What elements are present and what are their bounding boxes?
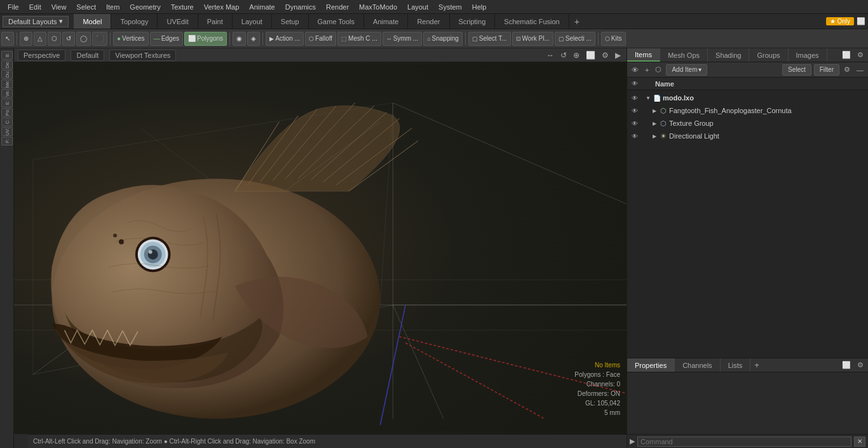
panel-tab-items[interactable]: Items [627,48,660,62]
viewport-icon-zoom[interactable]: ⊕ [571,50,581,60]
prop-tab-add[interactable]: + [750,359,763,371]
menu-render[interactable]: Render [321,2,354,12]
list-item[interactable]: 👁 ▶ ⬡ Fangtooth_Fish_Anoplogaster_Cornut… [627,104,868,117]
viewport-icon-fit[interactable]: ⬜ [584,50,597,60]
sidebar-btn-me[interactable]: Me: [1,79,13,88]
sidebar-btn-uv[interactable]: UV: [1,127,13,136]
tool-sphere-icon[interactable]: ◉ [233,32,246,46]
command-clear-btn[interactable]: ✕ [854,437,865,447]
tool-select-btn[interactable]: ↖ [1,32,14,46]
prop-tab-channels[interactable]: Channels [675,358,720,372]
menu-layout[interactable]: Layout [402,2,433,12]
panel-icon-settings[interactable]: ⚙ [855,50,865,60]
panel-icon-expand[interactable]: ⬜ [840,50,853,60]
tab-setup[interactable]: Setup [272,14,309,29]
sidebar-btn-f[interactable]: F: [1,137,13,146]
menu-system[interactable]: System [433,2,467,12]
falloff-btn[interactable]: ⬡ Falloff [305,32,336,46]
tool-loop-icon[interactable]: ↺ [62,32,75,46]
action-btn[interactable]: ▶ Action ... [266,32,304,46]
item-eye-root[interactable]: 👁 [630,93,640,102]
viewport[interactable]: Perspective Default Viewport Textures ↔ … [14,48,627,448]
panel-tab-groups[interactable]: Groups [749,48,788,62]
item-expand-texture[interactable]: ▶ [651,120,658,126]
menu-view[interactable]: View [46,2,72,12]
viewport-canvas[interactable]: Y X Z No Items Polygons : Face Channels:… [14,62,627,434]
tool-render-icon[interactable]: ◈ [247,32,260,46]
tab-topology[interactable]: Topology [111,14,158,29]
menu-texture[interactable]: Texture [166,2,199,12]
sidebar-btn-de[interactable]: De: [1,60,13,69]
vertices-btn[interactable]: ● Vertices [113,32,149,46]
items-add-icon[interactable]: + [643,65,651,74]
prop-tab-lists[interactable]: Lists [721,358,751,372]
menu-animate[interactable]: Animate [244,2,280,12]
item-eye-fish[interactable]: 👁 [630,106,640,115]
item-expand-root[interactable]: ▼ [645,95,651,101]
panel-tab-mesh-ops[interactable]: Mesh Ops [660,48,708,62]
maximize-icon[interactable]: ⬜ [857,17,865,25]
item-eye-texture[interactable]: 👁 [630,119,640,128]
menu-dynamics[interactable]: Dynamics [280,2,321,12]
prop-expand-icon[interactable]: ⬜ [840,360,853,370]
viewport-icon-move[interactable]: ↔ [545,50,556,60]
sidebar-btn-du[interactable]: Du: [1,70,13,79]
tab-uvedit[interactable]: UVEdit [158,14,198,29]
sidebar-btn-c[interactable]: C: [1,118,13,126]
viewport-icon-rotate[interactable]: ↺ [559,50,569,60]
tool-circle-icon[interactable]: ◯ [76,32,91,46]
list-item[interactable]: 👁 ▶ ⬡ Texture Group [627,117,868,130]
menu-maxtomode[interactable]: MaxToModo [354,2,402,12]
polygons-btn[interactable]: ⬜ Polygons [184,32,227,46]
kits-btn[interactable]: ⬡ Kits [601,32,626,46]
tab-scripting[interactable]: Scripting [450,14,496,29]
tab-paint[interactable]: Paint [198,14,233,29]
viewport-icon-settings[interactable]: ⚙ [600,50,611,60]
edges-btn[interactable]: — Edges [150,32,183,46]
tab-game-tools[interactable]: Game Tools [309,14,365,29]
selecti-btn[interactable]: ▢ Selecti ... [555,32,595,46]
work-pl-btn[interactable]: ⊡ Work Pl... [512,32,553,46]
list-item[interactable]: 👁 ▶ ☀ Directional Light [627,130,868,142]
select-t-btn[interactable]: ▢ Select T... [468,32,511,46]
items-filter-icon[interactable]: ⬡ [653,65,663,74]
menu-vertex-map[interactable]: Vertex Map [199,2,245,12]
sidebar-btn-b[interactable]: B: [1,51,13,60]
items-minus-icon[interactable]: — [855,65,865,74]
tool-snap-icon[interactable]: ⬡ [48,32,61,46]
tab-animate[interactable]: Animate [364,14,408,29]
tool-coord-icon[interactable]: △ [34,32,46,46]
layout-dropdown[interactable]: Default Layouts ▾ [3,16,69,27]
menu-edit[interactable]: Edit [24,2,46,12]
viewport-tab-perspective[interactable]: Perspective [18,50,65,61]
select-button[interactable]: Select [782,64,811,76]
menu-item[interactable]: Item [101,2,125,12]
items-eye-icon[interactable]: 👁 [630,65,641,74]
tab-schematic-fusion[interactable]: Schematic Fusion [495,14,569,29]
snapping-btn[interactable]: ⌂ Snapping [423,32,463,46]
viewport-tab-default[interactable]: Default [71,50,104,61]
tool-box-icon[interactable]: ⬛ [92,32,107,46]
items-gear-icon[interactable]: ⚙ [842,65,852,74]
add-item-button[interactable]: Add Item ▾ [666,64,707,76]
mesh-btn[interactable]: ⬚ Mesh C ... [337,32,381,46]
tool-world-icon[interactable]: ⊕ [20,32,32,46]
prop-settings-icon[interactable]: ⚙ [855,360,865,370]
item-expand-light[interactable]: ▶ [651,133,658,139]
tab-layout[interactable]: Layout [233,14,272,29]
item-expand-fish[interactable]: ▶ [651,107,658,114]
menu-help[interactable]: Help [467,2,492,12]
panel-tab-images[interactable]: Images [789,48,827,62]
item-eye-light[interactable]: 👁 [630,132,640,140]
viewport-icon-expand[interactable]: ▶ [613,50,623,60]
tab-render[interactable]: Render [408,14,449,29]
list-item[interactable]: 👁 ▼ 📄 modo.lxo [627,92,868,104]
prop-tab-properties[interactable]: Properties [627,358,675,372]
menu-geometry[interactable]: Geometry [125,2,165,12]
menu-select[interactable]: Select [71,2,101,12]
filter-button[interactable]: Filter [814,64,839,76]
menu-file[interactable]: File [3,2,24,12]
sidebar-btn-po[interactable]: Po: [1,108,13,117]
symm-btn[interactable]: ↔ Symm ... [383,32,422,46]
tab-model[interactable]: Model [74,14,111,29]
